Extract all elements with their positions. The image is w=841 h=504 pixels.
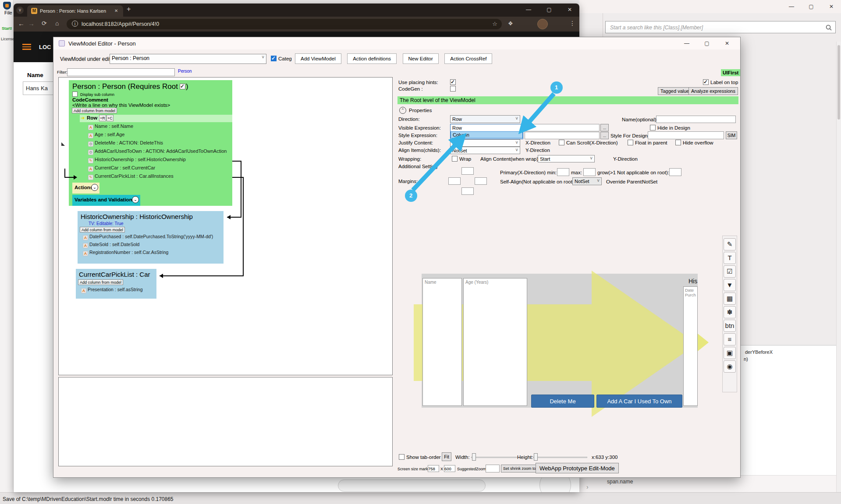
browser-menu-icon[interactable]: ⋮ bbox=[569, 20, 575, 27]
categ-checkbox[interactable] bbox=[271, 56, 277, 61]
dialog-maximize-button[interactable]: ▢ bbox=[700, 40, 713, 46]
primary-min-input[interactable] bbox=[557, 168, 569, 176]
align-items-select[interactable]: NotSet bbox=[450, 147, 520, 154]
viewmodel-select[interactable]: Person : Person bbox=[110, 54, 266, 64]
bg-maximize-button[interactable]: ▢ bbox=[805, 4, 818, 10]
style-for-design-input[interactable] bbox=[648, 131, 724, 139]
add-row-button[interactable]: +R bbox=[99, 115, 106, 121]
browser-minimize-button[interactable]: — bbox=[522, 7, 535, 13]
add-column-button[interactable]: Add column from model bbox=[72, 108, 117, 113]
model-search-input[interactable]: Start a search like this [Class].[Member… bbox=[605, 21, 836, 33]
tab-close-icon[interactable]: ✕ bbox=[114, 8, 118, 13]
label-on-top-checkbox[interactable] bbox=[703, 79, 709, 85]
person-link[interactable]: Person bbox=[178, 69, 192, 74]
visible-expression-ellipsis-button[interactable]: ... bbox=[600, 124, 609, 131]
browser-maximize-button[interactable]: ▢ bbox=[543, 7, 556, 13]
sim-button[interactable]: SIM bbox=[726, 131, 737, 139]
site-info-icon[interactable]: i bbox=[72, 21, 78, 27]
fit-button[interactable]: Fit bbox=[442, 452, 451, 461]
margin-left-input[interactable] bbox=[448, 177, 461, 185]
self-align-select[interactable]: NotSet bbox=[572, 177, 602, 185]
add-a-car-button[interactable]: Add A Car I Used To Own bbox=[596, 395, 682, 408]
screen-height-input[interactable] bbox=[444, 465, 455, 472]
margin-bottom-input[interactable] bbox=[461, 187, 474, 195]
back-icon[interactable]: ← bbox=[18, 20, 25, 27]
box-item-datesold[interactable]: DateSold : self.DateSold bbox=[83, 242, 222, 250]
codegen-checkbox[interactable] bbox=[450, 86, 456, 92]
edit-icon[interactable]: ✎ bbox=[724, 238, 736, 250]
action-definitions-button[interactable]: Action definitions bbox=[347, 53, 397, 64]
text-icon[interactable]: T bbox=[724, 252, 736, 264]
delete-me-button[interactable]: Delete Me bbox=[531, 395, 594, 408]
name-optional-input[interactable] bbox=[656, 116, 736, 123]
bookmark-star-icon[interactable]: ☆ bbox=[492, 21, 497, 27]
tree-item-deleteme[interactable]: DeleteMe : ACTION: DeleteThis bbox=[88, 140, 232, 148]
analyze-expressions-button[interactable]: Analyze expressions bbox=[688, 87, 738, 95]
display-sub-column-checkbox[interactable] bbox=[72, 92, 78, 97]
bg-close-button[interactable]: ✕ bbox=[825, 4, 838, 10]
bg-chevron-icon[interactable]: › bbox=[586, 483, 589, 490]
code-comment-value[interactable]: <Write a line on why this ViewModel exis… bbox=[72, 102, 170, 108]
style-expression-ellipsis-button[interactable]: ... bbox=[600, 132, 609, 139]
tree-item-name[interactable]: Name : self.Name bbox=[88, 123, 232, 132]
direction-option-column[interactable]: Column bbox=[451, 131, 523, 138]
screen-width-input[interactable] bbox=[428, 465, 439, 472]
webapp-prototype-mode-button[interactable]: WebApp Prototype Edit-Mode bbox=[536, 463, 619, 473]
url-bar[interactable]: i localhost:8182/App#/Person/4!0 ☆ bbox=[67, 19, 502, 29]
tab-search-chevron-icon[interactable]: v bbox=[16, 7, 24, 14]
float-in-parent-checkbox[interactable] bbox=[628, 140, 633, 145]
requires-root-checkbox[interactable] bbox=[180, 84, 185, 89]
direction-select[interactable]: Row bbox=[450, 115, 520, 123]
actions-section-toggle[interactable]: Actions ⌄ bbox=[72, 183, 99, 194]
bg-minimize-button[interactable]: — bbox=[785, 4, 798, 10]
box-item-registrationnumber[interactable]: RegistrationNumber : self.Car.AsString bbox=[83, 250, 222, 257]
historicownership-box[interactable]: HistoricOwnership : HistoricOwnership TV… bbox=[78, 211, 224, 264]
forward-icon[interactable]: → bbox=[28, 20, 35, 27]
bg-scrollbar[interactable] bbox=[836, 42, 841, 492]
preview-name-column[interactable]: Name bbox=[422, 278, 462, 406]
list-icon[interactable]: ≡ bbox=[724, 333, 736, 345]
dialog-title-bar[interactable]: ViewModel Editor - Person — ▢ ✕ bbox=[53, 37, 740, 49]
add-column-node-button[interactable]: +C bbox=[106, 115, 114, 121]
justify-content-select[interactable]: Start bbox=[450, 139, 520, 147]
properties-collapse-icon[interactable]: ⌃ bbox=[399, 107, 406, 114]
start-link[interactable]: Start! bbox=[2, 26, 12, 31]
tree-item-historicownership[interactable]: HistoricOwnership : self.HistoricOwnersh… bbox=[88, 157, 232, 165]
historic-add-column-button[interactable]: Add column from model bbox=[80, 227, 125, 233]
style-expression-input[interactable] bbox=[525, 132, 600, 139]
page-input-fragment[interactable] bbox=[338, 479, 486, 492]
grow-input[interactable] bbox=[669, 168, 681, 176]
action-crossref-button[interactable]: Action CrossRef bbox=[444, 53, 492, 64]
height-slider[interactable] bbox=[533, 457, 587, 458]
calendar-icon[interactable]: ▦ bbox=[724, 293, 736, 305]
picklist-add-column-button[interactable]: Add column from model bbox=[78, 279, 123, 285]
variables-section-toggle[interactable]: Variables and Validations ⌄ bbox=[72, 195, 140, 206]
reload-icon[interactable]: ⟳ bbox=[42, 20, 47, 27]
use-placing-hints-checkbox[interactable] bbox=[450, 79, 456, 85]
margin-right-input[interactable] bbox=[475, 177, 487, 185]
wrap-checkbox[interactable] bbox=[452, 156, 458, 162]
file-menu[interactable]: File bbox=[4, 10, 12, 15]
preview-icon[interactable]: ◉ bbox=[724, 360, 736, 373]
home-icon[interactable]: ⌂ bbox=[55, 20, 59, 27]
filter-input[interactable] bbox=[67, 68, 175, 76]
dialog-minimize-button[interactable]: — bbox=[680, 40, 693, 46]
viewmodel-root-block[interactable]: Person : Person (Requires Root) Display … bbox=[69, 80, 232, 206]
direction-option-row[interactable]: Row bbox=[451, 124, 523, 131]
margin-top-input[interactable] bbox=[461, 167, 474, 175]
can-scroll-checkbox[interactable] bbox=[559, 140, 564, 145]
align-content-select[interactable]: Start bbox=[538, 155, 595, 162]
hamburger-menu-icon[interactable] bbox=[22, 44, 31, 50]
button-icon[interactable]: btn bbox=[724, 320, 736, 332]
image-icon[interactable]: ✽ bbox=[724, 306, 736, 318]
dialog-close-button[interactable]: ✕ bbox=[720, 40, 734, 46]
width-slider-thumb[interactable] bbox=[472, 453, 476, 461]
hide-in-design-checkbox[interactable] bbox=[650, 125, 656, 130]
profile-avatar[interactable] bbox=[537, 19, 548, 29]
browser-close-button[interactable]: ✕ bbox=[563, 7, 576, 13]
tree-item-currentcarpicklist[interactable]: CurrentCarPickList : Car.allInstances bbox=[88, 173, 232, 182]
browser-tab[interactable]: M Person : Person: Hans Karlsen ✕ bbox=[27, 5, 123, 17]
new-tab-button[interactable]: + bbox=[127, 5, 131, 13]
tree-item-addacar[interactable]: AddACarIUsedToOwn : ACTION: AddACarIUsed… bbox=[88, 148, 232, 157]
currentcarpicklist-box[interactable]: CurrentCarPickList : Car Add column from… bbox=[76, 269, 156, 299]
